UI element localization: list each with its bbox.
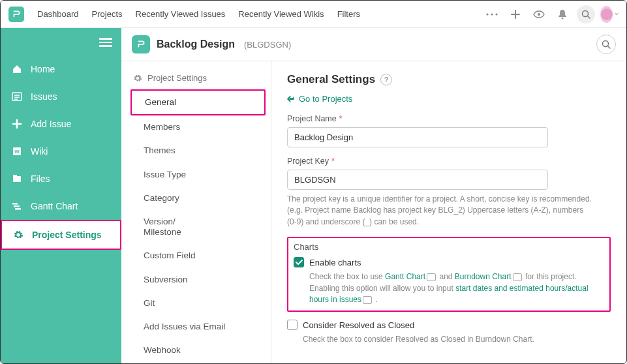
user-avatar[interactable] <box>600 5 619 23</box>
top-nav: Dashboard Projects Recently Viewed Issue… <box>1 1 626 28</box>
project-key-display: (BLGDSGN) <box>244 40 291 50</box>
nav-dashboard[interactable]: Dashboard <box>32 7 84 22</box>
svg-rect-11 <box>12 203 18 205</box>
gantt-icon <box>11 200 23 212</box>
resolved-row: Consider Resolved as Closed <box>287 320 611 330</box>
svg-point-14 <box>603 41 609 47</box>
wiki-icon: W <box>11 145 23 157</box>
subnav-title-text: Project Settings <box>147 73 207 83</box>
sidebar-item-label: Gantt Chart <box>31 201 78 211</box>
resolved-label: Consider Resolved as Closed <box>303 320 414 330</box>
back-arrow-icon <box>287 95 295 103</box>
svg-point-0 <box>486 13 488 15</box>
subnav-item-version-milestone[interactable]: Version/ Milestone <box>121 210 271 244</box>
subnav-item-general[interactable]: General <box>130 89 266 115</box>
svg-point-4 <box>562 17 564 19</box>
project-key-input[interactable] <box>287 170 548 190</box>
more-icon[interactable] <box>483 5 501 23</box>
sidebar: Home Issues Add Issue W Wiki Files <box>1 28 121 363</box>
project-header: Backlog Design (BLGDSGN) <box>121 28 626 61</box>
subnav-item-issue-type[interactable]: Issue Type <box>121 163 271 187</box>
back-link-text: Go to Projects <box>299 94 352 104</box>
svg-point-1 <box>491 13 493 15</box>
project-logo <box>132 35 150 53</box>
sidebar-item-project-settings[interactable]: Project Settings <box>1 220 121 250</box>
enable-charts-row: Enable charts <box>294 257 604 267</box>
enable-charts-label: Enable charts <box>309 258 361 267</box>
svg-point-2 <box>495 13 497 15</box>
files-icon <box>11 173 23 185</box>
project-name: Backlog Design <box>157 38 235 50</box>
gear-icon <box>133 74 142 83</box>
general-settings-panel: General Settings ? Go to Projects Projec… <box>271 61 626 363</box>
sidebar-item-label: Issues <box>31 91 57 102</box>
sidebar-item-label: Project Settings <box>32 230 102 240</box>
external-icon <box>427 273 436 281</box>
project-key-label: Project Key* <box>287 157 611 166</box>
svg-point-5 <box>583 10 589 16</box>
project-key-hint: The project key is a unique identifier f… <box>287 194 594 228</box>
sidebar-toggle-icon[interactable] <box>99 36 112 49</box>
external-icon <box>513 273 522 281</box>
sidebar-item-wiki[interactable]: W Wiki <box>1 138 121 165</box>
svg-rect-9 <box>13 176 21 182</box>
bell-icon[interactable] <box>553 5 572 23</box>
svg-text:W: W <box>14 149 20 155</box>
sidebar-item-label: Wiki <box>31 146 48 157</box>
project-search-icon[interactable] <box>596 35 616 54</box>
chevron-down-icon <box>615 12 619 16</box>
subnav-item-category[interactable]: Category <box>121 187 271 210</box>
resolved-checkbox[interactable] <box>287 320 298 330</box>
svg-point-3 <box>538 13 540 16</box>
subnav-item-custom-field[interactable]: Custom Field <box>121 244 271 267</box>
svg-rect-10 <box>13 175 17 177</box>
search-icon[interactable] <box>577 5 595 23</box>
eye-icon[interactable] <box>530 5 548 23</box>
sidebar-item-issues[interactable]: Issues <box>1 83 121 110</box>
burndown-chart-link[interactable]: Burndown Chart <box>455 272 512 281</box>
gear-icon <box>12 229 24 241</box>
sidebar-item-label: Add Issue <box>31 119 71 129</box>
charts-hint: Check the box to use Gantt Chart and Bur… <box>309 271 604 305</box>
app-logo[interactable] <box>8 7 24 22</box>
external-icon <box>363 296 372 304</box>
panel-title-text: General Settings <box>287 73 375 86</box>
subnav-title: Project Settings <box>121 70 271 89</box>
nav-projects[interactable]: Projects <box>87 7 128 22</box>
svg-rect-13 <box>15 208 21 210</box>
project-name-label: Project Name* <box>287 114 611 123</box>
nav-recent-wikis[interactable]: Recently Viewed Wikis <box>233 7 329 22</box>
subnav-item-webhook[interactable]: Webhook <box>121 339 271 362</box>
project-name-input[interactable] <box>287 127 548 147</box>
subnav-item-add-issues-email[interactable]: Add Issues via Email <box>121 315 271 339</box>
sidebar-item-files[interactable]: Files <box>1 165 121 192</box>
go-to-projects-link[interactable]: Go to Projects <box>287 94 611 104</box>
sidebar-item-label: Home <box>31 64 55 74</box>
enable-charts-checkbox[interactable] <box>294 257 304 267</box>
project-key-field: Project Key* The project key is a unique… <box>287 157 611 228</box>
subnav-item-members[interactable]: Members <box>121 115 271 139</box>
home-icon <box>11 63 23 75</box>
charts-section: Charts Enable charts Check the box to us… <box>287 237 611 312</box>
main-area: Backlog Design (BLGDSGN) Project Setting… <box>121 28 626 363</box>
sidebar-item-add-issue[interactable]: Add Issue <box>1 110 121 138</box>
help-icon[interactable]: ? <box>380 74 392 85</box>
subnav-item-subversion[interactable]: Subversion <box>121 268 271 292</box>
svg-rect-12 <box>14 205 20 207</box>
sidebar-item-home[interactable]: Home <box>1 55 121 83</box>
panel-title: General Settings ? <box>287 73 611 86</box>
sidebar-item-label: Files <box>31 174 50 184</box>
sidebar-item-gantt[interactable]: Gantt Chart <box>1 192 121 220</box>
resolved-section: Consider Resolved as Closed Check the bo… <box>287 320 611 345</box>
plus-icon[interactable] <box>506 5 525 23</box>
charts-title: Charts <box>294 242 604 252</box>
nav-recent-issues[interactable]: Recently Viewed Issues <box>130 7 231 22</box>
list-icon <box>11 91 23 102</box>
subnav-item-themes[interactable]: Themes <box>121 139 271 162</box>
gantt-chart-link[interactable]: Gantt Chart <box>385 272 425 281</box>
settings-subnav: Project Settings General Members Themes … <box>121 61 271 363</box>
plus-icon <box>11 118 23 130</box>
subnav-item-git[interactable]: Git <box>121 292 271 315</box>
nav-filters[interactable]: Filters <box>332 7 365 22</box>
project-name-field: Project Name* <box>287 114 611 147</box>
